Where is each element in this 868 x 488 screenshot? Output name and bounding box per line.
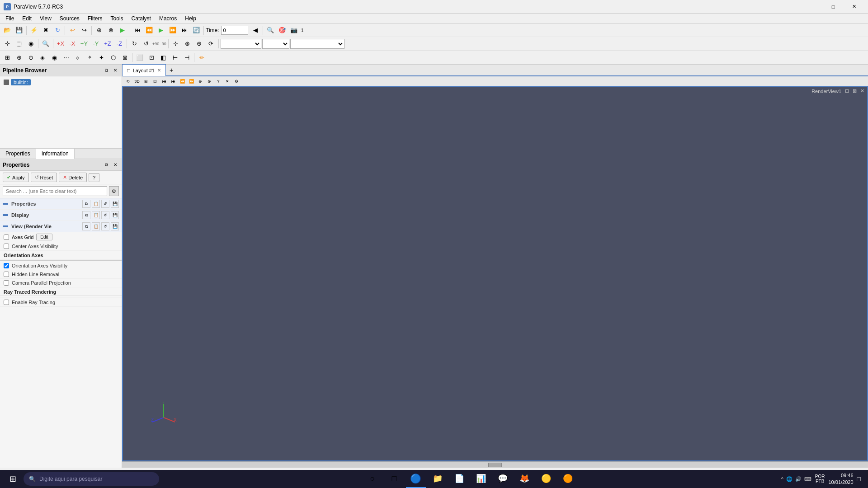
enable-ray-tracing-checkbox[interactable] — [4, 300, 9, 305]
camera-btn-3[interactable]: 📷 — [288, 25, 299, 36]
tool-11[interactable]: ⊠ — [119, 52, 130, 63]
maximize-button[interactable]: □ — [823, 0, 844, 14]
tool-7[interactable]: ⟐ — [72, 52, 83, 63]
z-plus-btn[interactable]: +Z — [102, 38, 113, 49]
tool-14[interactable]: ◧ — [158, 52, 169, 63]
taskbar-language[interactable]: POR PTB — [815, 474, 825, 484]
search-input[interactable] — [3, 186, 107, 196]
disp-reset-button[interactable]: ↺ — [101, 211, 109, 219]
hidden-line-checkbox[interactable] — [4, 272, 9, 277]
taskbar-app-app2[interactable]: 🟠 — [558, 470, 578, 488]
disp-paste-button[interactable]: 📋 — [92, 211, 100, 219]
tray-keyboard[interactable]: ⌨ — [804, 476, 811, 482]
representation-select[interactable] — [221, 39, 261, 49]
taskbar-clock[interactable]: 09:46 10/01/2020 — [828, 472, 853, 486]
start-button[interactable]: ⊞ — [4, 470, 22, 488]
rotate2-btn[interactable]: ⟳ — [206, 38, 217, 49]
tool-2[interactable]: ⊕ — [14, 52, 24, 63]
tool-3[interactable]: ⊙ — [25, 52, 36, 63]
undo-button[interactable]: ↩ — [67, 25, 78, 36]
menu-edit[interactable]: Edit — [19, 14, 35, 23]
tb-btn-a[interactable]: ⊕ — [94, 25, 104, 36]
connect-button[interactable]: ⚡ — [28, 25, 39, 36]
rt-btn-8[interactable]: ⏩ — [187, 77, 195, 85]
close-button[interactable]: ✕ — [844, 0, 864, 14]
tool-6[interactable]: ⋯ — [61, 52, 71, 63]
prop-save-button[interactable]: 💾 — [111, 200, 119, 208]
rt-btn-6[interactable]: ⏭ — [169, 77, 177, 85]
rt-btn-2[interactable]: 3D — [133, 77, 141, 85]
rt-btn-5[interactable]: ⏮ — [160, 77, 168, 85]
rv-split-v-icon[interactable]: ⊠ — [853, 88, 857, 94]
taskbar-app-cortana[interactable]: ○ — [363, 470, 382, 488]
tab-properties[interactable]: Properties — [0, 149, 36, 159]
next-frame-button[interactable]: ⏩ — [167, 25, 178, 36]
x-minus-btn[interactable]: -X — [67, 38, 78, 49]
z-minus-btn[interactable]: -Z — [114, 38, 125, 49]
add-layout-button[interactable]: + — [166, 65, 177, 75]
delete-button[interactable]: ✕ Delete — [59, 173, 87, 182]
refresh-button[interactable]: ↻ — [52, 25, 63, 36]
time-decrement[interactable]: ◀ — [250, 25, 261, 36]
play-button[interactable]: ▶ — [156, 25, 166, 36]
tray-expand[interactable]: ^ — [781, 476, 783, 482]
pipeline-detach-button[interactable]: ⧉ — [103, 67, 110, 74]
tool-5[interactable]: ◉ — [49, 52, 60, 63]
view-paste-button[interactable]: 📋 — [92, 222, 100, 230]
prop-reset2-button[interactable]: ↺ — [101, 200, 109, 208]
y-plus-btn[interactable]: +Y — [79, 38, 90, 49]
rv-close-icon[interactable]: ✕ — [860, 88, 864, 94]
tool-1[interactable]: ⊞ — [2, 52, 13, 63]
orientation-axes-checkbox[interactable] — [4, 263, 9, 268]
menu-tools[interactable]: Tools — [107, 14, 127, 23]
rt-btn-13[interactable]: ⚙ — [232, 77, 241, 85]
menu-file[interactable]: File — [2, 14, 18, 23]
apply-button[interactable]: ✔ Apply — [3, 173, 29, 182]
rotate-cw-btn[interactable]: ↻ — [129, 38, 140, 49]
search-gear-button[interactable]: ⚙ — [109, 186, 119, 196]
pipeline-item[interactable]: builtin: — [2, 78, 120, 86]
select-poly-btn[interactable]: ◉ — [25, 38, 36, 49]
view-copy-button[interactable]: ⧉ — [82, 222, 90, 230]
view-save-button[interactable]: 💾 — [111, 222, 119, 230]
properties-close-button[interactable]: ✕ — [112, 161, 119, 169]
orient-btn[interactable]: ⊹ — [170, 38, 181, 49]
menu-filters[interactable]: Filters — [84, 14, 106, 23]
disp-copy-button[interactable]: ⧉ — [82, 211, 90, 219]
layout-tab-close[interactable]: ✕ — [157, 68, 161, 73]
center-axes-checkbox[interactable] — [4, 244, 9, 249]
redo-button[interactable]: ↪ — [79, 25, 90, 36]
tool-15[interactable]: ⊢ — [170, 52, 180, 63]
rt-btn-11[interactable]: ? — [214, 77, 222, 85]
time-input[interactable] — [221, 26, 248, 35]
select-btn[interactable]: ✛ — [2, 38, 13, 49]
rt-btn-3[interactable]: ⊞ — [142, 77, 150, 85]
tool-16[interactable]: ⊣ — [181, 52, 192, 63]
taskbar-app-explorer[interactable]: 📁 — [428, 470, 448, 488]
render-scrollbar[interactable] — [122, 461, 868, 468]
axes-grid-checkbox[interactable] — [4, 235, 9, 240]
properties-detach-button[interactable]: ⧉ — [103, 161, 110, 169]
scrollbar-thumb[interactable] — [488, 463, 502, 467]
rotate-ccw-btn[interactable]: ↺ — [141, 38, 151, 49]
tool-13[interactable]: ⊡ — [146, 52, 157, 63]
menu-help[interactable]: Help — [181, 14, 200, 23]
tb-btn-b[interactable]: ⊗ — [105, 25, 116, 36]
reset-button[interactable]: ↺ Reset — [31, 173, 57, 182]
menu-view[interactable]: View — [36, 14, 55, 23]
taskbar-app-firefox[interactable]: 🦊 — [514, 470, 534, 488]
taskbar-search-box[interactable]: 🔍 Digite aqui para pesquisar — [24, 472, 159, 486]
tab-information[interactable]: Information — [36, 149, 75, 159]
loop-button[interactable]: 🔄 — [191, 25, 202, 36]
rt-btn-12[interactable]: ✕ — [223, 77, 231, 85]
tray-network[interactable]: 🌐 — [786, 476, 793, 482]
rt-btn-4[interactable]: ⊡ — [151, 77, 159, 85]
menu-sources[interactable]: Sources — [56, 14, 83, 23]
taskbar-app-whatsapp[interactable]: 💬 — [493, 470, 513, 488]
save-button[interactable]: 💾 — [14, 25, 24, 36]
x-plus-btn[interactable]: +X — [55, 38, 66, 49]
layout-tab-1[interactable]: □ Layout #1 ✕ — [122, 64, 166, 76]
menu-macros[interactable]: Macros — [156, 14, 180, 23]
colorby-select[interactable] — [262, 39, 289, 49]
rt-btn-1[interactable]: ⟲ — [124, 77, 132, 85]
